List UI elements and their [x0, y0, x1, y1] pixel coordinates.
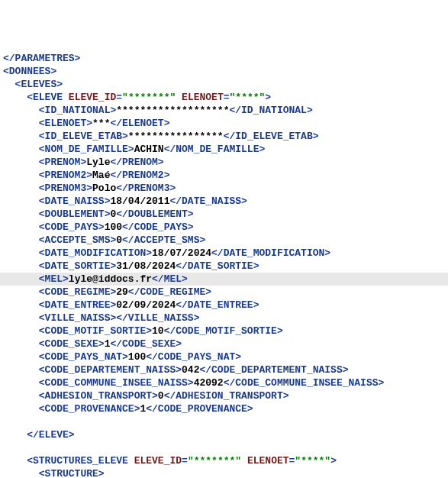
- code-line: </ELEVE>: [0, 429, 75, 441]
- code-line: <CODE_DEPARTEMENT_NAISS>042</CODE_DEPART…: [0, 364, 349, 376]
- code-line: <PRENOM3>Polo</PRENOM3>: [0, 182, 176, 194]
- code-line: <ADHESION_TRANSPORT>0</ADHESION_TRANSPOR…: [0, 390, 288, 402]
- code-line: <STRUCTURES_ELEVE ELEVE_ID="*******" ELE…: [0, 455, 337, 467]
- code-line: <CODE_REGIME>29</CODE_REGIME>: [0, 286, 211, 298]
- code-line: </PARAMETRES>: [0, 53, 80, 64]
- blank-line: [0, 415, 448, 428]
- blank-line: [0, 441, 448, 454]
- code-line: <CODE_PAYS>100</CODE_PAYS>: [0, 221, 194, 233]
- xml-code-block: </PARAMETRES> <DONNEES> <ELEVES> <ELEVE …: [0, 52, 448, 478]
- code-line: <DOUBLEMENT>0</DOUBLEMENT>: [0, 208, 194, 220]
- code-line: <DATE_SORTIE>31/08/2024</DATE_SORTIE>: [0, 260, 259, 272]
- code-line: <PRENOM2>Maé</PRENOM2>: [0, 170, 169, 181]
- code-line: <CODE_SEXE>1</CODE_SEXE>: [0, 338, 182, 350]
- code-line: <DONNEES>: [0, 66, 56, 77]
- code-line: <CODE_PAYS_NAT>100</CODE_PAYS_NAT>: [0, 351, 241, 363]
- code-line: <ELEVES>: [0, 79, 63, 90]
- code-line: <STRUCTURE>: [0, 468, 105, 478]
- code-line: <DATE_NAISS>18/04/2011</DATE_NAISS>: [0, 195, 247, 207]
- code-line: <ID_NATIONAL>*******************</ID_NAT…: [0, 105, 313, 116]
- code-line: <MEL>lyle@iddocs.fr</MEL>: [0, 273, 448, 286]
- code-line: <PRENOM>Lyle</PRENOM>: [0, 157, 164, 168]
- code-line: <NOM_DE_FAMILLE>ACHIN</NOM_DE_FAMILLE>: [0, 144, 265, 155]
- code-line: <VILLE_NAISS></VILLE_NAISS>: [0, 312, 199, 324]
- code-line: <CODE_COMMUNE_INSEE_NAISS>42092</CODE_CO…: [0, 377, 384, 389]
- code-line: <ID_ELEVE_ETAB>****************</ID_ELEV…: [0, 131, 319, 142]
- code-line: <CODE_PROVENANCE>1</CODE_PROVENANCE>: [0, 403, 253, 415]
- code-line: <DATE_ENTREE>02/09/2024</DATE_ENTREE>: [0, 299, 259, 311]
- code-line: <CODE_MOTIF_SORTIE>10</CODE_MOTIF_SORTIE…: [0, 325, 283, 337]
- code-line: <DATE_MODIFICATION>18/07/2024</DATE_MODI…: [0, 247, 330, 259]
- code-line: <ACCEPTE_SMS>0</ACCEPTE_SMS>: [0, 234, 205, 246]
- code-line: <ELEVE ELEVE_ID="*******" ELENOET="****"…: [0, 92, 271, 103]
- code-line: <ELENOET>***</ELENOET>: [0, 118, 169, 129]
